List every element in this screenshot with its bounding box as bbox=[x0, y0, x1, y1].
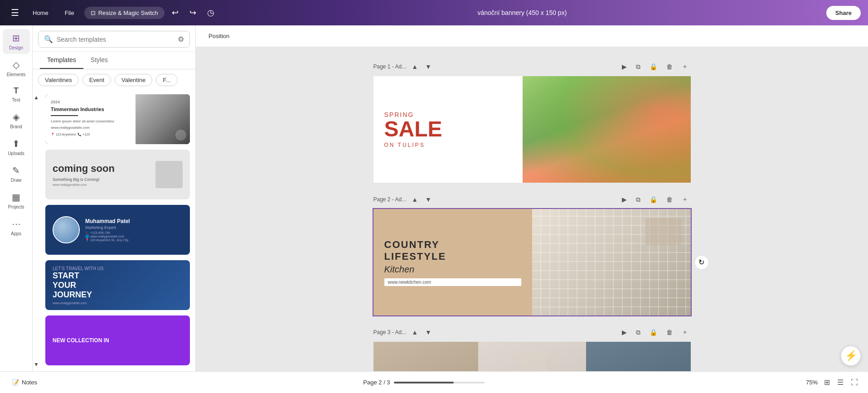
template-preview-5: NEW COLLECTION IN bbox=[45, 315, 190, 365]
page-3-lock-btn[interactable]: 🔒 bbox=[647, 327, 660, 338]
progress-bar bbox=[394, 382, 454, 383]
page-1-lock-btn[interactable]: 🔒 bbox=[647, 61, 660, 72]
icon-sidebar: ⊞ Design ◇ Elements T Text ◈ Brand ⬆ Upl… bbox=[0, 25, 33, 371]
template-card[interactable]: Muhammad Patel Marketing Expert 📞 +123-4… bbox=[45, 205, 190, 255]
sidebar-item-elements[interactable]: ◇ Elements bbox=[3, 56, 30, 81]
grid-view-button[interactable]: ⊞ bbox=[821, 376, 833, 388]
template-card[interactable]: 2024 Timmerman Industries Lorem ipsum do… bbox=[45, 94, 190, 144]
tag-more[interactable]: F... bbox=[156, 74, 177, 86]
search-bar-container: 🔍 ⚙ bbox=[33, 25, 195, 52]
tag-event[interactable]: Event bbox=[82, 74, 111, 86]
sidebar-item-brand[interactable]: ◈ Brand bbox=[3, 108, 30, 133]
search-bar: 🔍 ⚙ bbox=[38, 31, 190, 48]
list-view-button[interactable]: ☰ bbox=[834, 376, 846, 388]
resize-icon: ⊡ bbox=[91, 10, 96, 16]
redo-button[interactable]: ↪ bbox=[186, 6, 200, 19]
uploads-icon: ⬆ bbox=[12, 138, 20, 149]
template-card[interactable]: LET'S TRAVEL WITH US STARTYOURJOURNEY ww… bbox=[45, 260, 190, 310]
bottom-center: Page 2 / 3 bbox=[45, 379, 802, 386]
page-1-prev-btn[interactable]: ▲ bbox=[410, 62, 420, 71]
page-2-animate-btn[interactable]: ▶ bbox=[619, 194, 630, 205]
page-2-next-btn[interactable]: ▼ bbox=[423, 195, 433, 204]
banner-3-image-3 bbox=[586, 342, 691, 371]
page-1-delete-btn[interactable]: 🗑 bbox=[664, 61, 675, 72]
fullscreen-button[interactable]: ⛶ bbox=[848, 376, 861, 388]
design-icon: ⊞ bbox=[12, 33, 20, 44]
banner-2-right bbox=[532, 209, 691, 315]
page-3-delete-btn[interactable]: 🗑 bbox=[664, 327, 675, 338]
page-1-copy-btn[interactable]: ⧉ bbox=[633, 61, 643, 73]
banner-page-2[interactable]: COUNTRY LIFESTYLE Kitchen www.newkitchen… bbox=[373, 209, 691, 315]
template-card[interactable]: coming soon Something Big is Coming! www… bbox=[45, 150, 190, 199]
page-3-label[interactable]: Page 3 - Ad... bbox=[373, 329, 407, 335]
kitchen-url: www.newkitchen.com bbox=[384, 278, 521, 286]
timer-button[interactable]: ◷ bbox=[204, 6, 218, 19]
sidebar-item-projects[interactable]: ▦ Projects bbox=[3, 188, 30, 213]
progress-bar-container bbox=[394, 382, 485, 383]
topbar: ☰ Home File ⊡ Resize & Magic Switch ↩ ↪ … bbox=[0, 0, 868, 25]
page-indicator: Page 2 / 3 bbox=[363, 379, 390, 386]
banner-2-left: COUNTRY LIFESTYLE Kitchen www.newkitchen… bbox=[373, 209, 532, 315]
page-3-add-btn[interactable]: ＋ bbox=[679, 326, 691, 338]
page-2-delete-btn[interactable]: 🗑 bbox=[664, 194, 675, 205]
sidebar-item-draw[interactable]: ✎ Draw bbox=[3, 161, 30, 186]
search-input[interactable] bbox=[57, 36, 174, 43]
page-2-prev-btn[interactable]: ▲ bbox=[410, 195, 420, 204]
view-buttons: ⊞ ☰ ⛶ bbox=[821, 376, 861, 388]
page-1-next-btn[interactable]: ▼ bbox=[423, 62, 433, 71]
canvas-scroll[interactable]: Page 1 - Ad... ▲ ▼ ▶ ⧉ 🔒 🗑 ＋ SPRING SALE bbox=[196, 47, 868, 371]
page-3-next-btn[interactable]: ▼ bbox=[423, 328, 433, 337]
page-1-animate-btn[interactable]: ▶ bbox=[619, 61, 630, 72]
home-button[interactable]: Home bbox=[26, 7, 55, 19]
assistant-fab-button[interactable]: ⚡ bbox=[841, 346, 861, 366]
canvas-area: Position Page 1 - Ad... ▲ ▼ ▶ ⧉ 🔒 🗑 ＋ bbox=[196, 25, 868, 371]
banner-page-1[interactable]: SPRING SALE ON TULIPS bbox=[373, 76, 691, 183]
page-3-animate-btn[interactable]: ▶ bbox=[619, 327, 630, 338]
template-card[interactable]: NEW COLLECTION IN bbox=[45, 315, 190, 365]
page-1-label[interactable]: Page 1 - Ad... bbox=[373, 63, 407, 70]
rotation-button[interactable]: ↻ bbox=[694, 255, 709, 270]
sidebar-item-text[interactable]: T Text bbox=[3, 82, 30, 106]
page-1-add-btn[interactable]: ＋ bbox=[679, 61, 691, 73]
banner-3-image-2 bbox=[478, 342, 586, 371]
templates-scroll: 2024 Timmerman Industries Lorem ipsum do… bbox=[40, 91, 195, 371]
resize-magic-switch-button[interactable]: ⊡ Resize & Magic Switch bbox=[84, 7, 165, 19]
sidebar-item-design[interactable]: ⊞ Design bbox=[3, 29, 30, 54]
brand-icon: ◈ bbox=[13, 112, 19, 122]
tab-styles[interactable]: Styles bbox=[83, 52, 115, 69]
undo-button[interactable]: ↩ bbox=[168, 6, 182, 19]
page-header-3: Page 3 - Ad... ▲ ▼ ▶ ⧉ 🔒 🗑 ＋ bbox=[373, 326, 691, 338]
banner-3-image-1 bbox=[373, 342, 478, 371]
page-3-prev-btn[interactable]: ▲ bbox=[410, 328, 420, 337]
draw-icon: ✎ bbox=[12, 165, 20, 176]
on-tulips-text: ON TULIPS bbox=[384, 142, 512, 148]
page-3-copy-btn[interactable]: ⧉ bbox=[633, 327, 643, 338]
template-preview-3: Muhammad Patel Marketing Expert 📞 +123-4… bbox=[45, 205, 190, 255]
sidebar-item-label: Text bbox=[12, 97, 20, 102]
share-button[interactable]: Share bbox=[826, 6, 861, 20]
elements-icon: ◇ bbox=[13, 59, 19, 70]
page-2-lock-btn[interactable]: 🔒 bbox=[647, 194, 660, 205]
lifestyle-text: LIFESTYLE bbox=[384, 251, 521, 262]
template-preview-2: coming soon Something Big is Coming! www… bbox=[45, 150, 190, 199]
filter-icon[interactable]: ⚙ bbox=[178, 35, 184, 44]
page-2-label[interactable]: Page 2 - Ad... bbox=[373, 196, 407, 203]
sidebar-item-label: Apps bbox=[11, 231, 21, 236]
tag-filters: Valentines Event Valentine F... bbox=[33, 69, 195, 91]
main-layout: ⊞ Design ◇ Elements T Text ◈ Brand ⬆ Upl… bbox=[0, 25, 868, 371]
hamburger-button[interactable]: ☰ bbox=[7, 5, 23, 20]
notes-button[interactable]: 📝 Notes bbox=[7, 376, 42, 388]
banner-page-3[interactable]: New Products ↗ bbox=[373, 342, 691, 371]
page-2-add-btn[interactable]: ＋ bbox=[679, 194, 691, 205]
text-icon: T bbox=[14, 86, 19, 96]
position-button[interactable]: Position bbox=[203, 30, 235, 42]
banner-1-left: SPRING SALE ON TULIPS bbox=[373, 76, 523, 183]
file-button[interactable]: File bbox=[58, 7, 81, 19]
tab-templates[interactable]: Templates bbox=[40, 52, 83, 69]
tag-valentine[interactable]: Valentine bbox=[115, 74, 152, 86]
page-header-1: Page 1 - Ad... ▲ ▼ ▶ ⧉ 🔒 🗑 ＋ bbox=[373, 61, 691, 73]
page-2-copy-btn[interactable]: ⧉ bbox=[633, 194, 643, 205]
tag-valentines[interactable]: Valentines bbox=[38, 74, 79, 86]
sidebar-item-apps[interactable]: ⋯ Apps bbox=[3, 215, 30, 240]
sidebar-item-uploads[interactable]: ⬆ Uploads bbox=[3, 135, 30, 160]
